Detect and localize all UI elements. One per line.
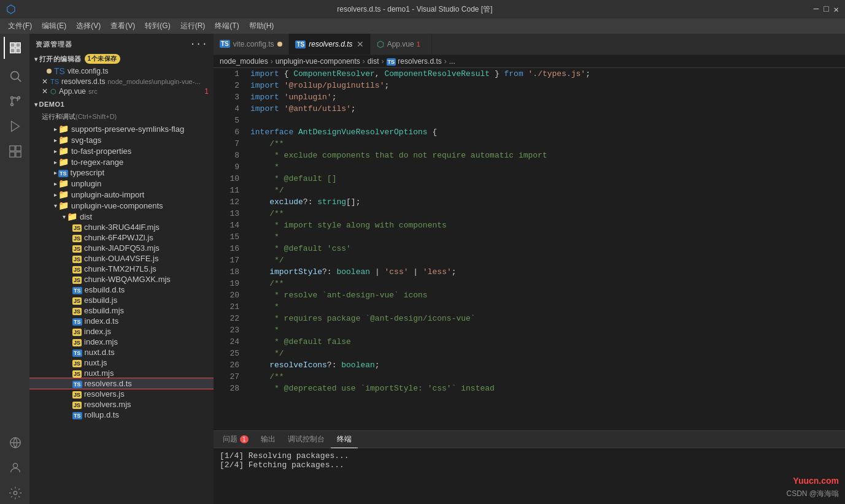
code-content[interactable]: import { ComponentResolver, ComponentRes… [244,68,845,430]
terminal-tabs: 问题 1 输出 调试控制台 终端 [214,431,845,448]
tree-item[interactable]: ▸ 📁 unplugin [29,178,214,189]
activity-settings[interactable] [4,482,26,504]
code-line-4: import '@antfu/utils'; [250,103,845,115]
tree-item[interactable]: JS esbuild.js [29,295,214,305]
open-editors-section[interactable]: ▾ 打开的编辑器 1个未保存 [29,52,214,66]
window-controls[interactable]: ─ □ ✕ [814,4,839,15]
tab-close-button[interactable]: ✕ [357,39,364,49]
menu-view[interactable]: 查看(V) [106,18,140,34]
activity-explorer[interactable] [4,37,26,59]
line-number: 15 [214,231,239,243]
folder-icon: 📁 [58,178,69,188]
activity-git[interactable] [4,90,26,112]
tree-item[interactable]: JS chunk-OUA4VSFE.js [29,253,214,264]
tree-item[interactable]: JS chunk-JlADFQ53.mjs [29,243,214,253]
js-icon: JS [72,400,82,409]
terminal-tab-problems[interactable]: 问题 1 [217,431,255,448]
activity-debug[interactable] [4,115,26,137]
selected-file-item[interactable]: TS resolvers.d.ts [29,378,214,389]
open-editors-chevron: ▾ [34,56,38,63]
tree-item[interactable]: JS nuxt.mjs [29,368,214,378]
code-line-11: */ [250,185,845,196]
vue-file-icon: ⬡ [50,88,56,96]
folder-chevron: ▸ [54,169,57,176]
sidebar-more-icon[interactable]: ··· [190,39,207,50]
open-editor-vite-config[interactable]: TS vite.config.ts [29,66,214,77]
tree-item[interactable]: ▸ 📁 to-fast-properties [29,145,214,156]
code-line-24: * @default false [250,336,845,348]
item-label: dist [80,212,92,221]
tree-item[interactable]: JS index.mjs [29,337,214,347]
code-line-18: importStyle?: boolean | 'css' | 'less'; [250,266,845,278]
terminal-tab-debug-console[interactable]: 调试控制台 [282,431,331,448]
open-editor-resolvers[interactable]: ✕ TS resolvers.d.ts node_modules\unplugi… [29,77,214,86]
open-editor-app-vue[interactable]: ✕ ⬡ App.vue src 1 [29,86,214,96]
activity-search[interactable] [4,65,26,87]
tree-item[interactable]: ▸ 📁 svg-tags [29,134,214,145]
menu-terminal[interactable]: 终端(T) [210,18,244,34]
demo1-section[interactable]: ▾ DEMO1 [29,99,214,110]
code-line-19: /** [250,278,845,289]
js-icon: JS [72,358,82,367]
svg-rect-13 [10,152,15,157]
tree-item[interactable]: TS index.d.ts [29,316,214,326]
tree-item[interactable]: JS chunk-3RUG44lF.mjs [29,222,214,232]
menu-select[interactable]: 选择(V) [71,18,106,34]
item-label: resolvers.js [84,389,125,399]
folder-chevron: ▾ [63,213,66,220]
breadcrumb-file[interactable]: TS resolvers.d.ts [387,57,442,66]
svg-point-16 [13,464,17,468]
line-number: 6 [214,126,239,138]
tree-item[interactable]: ▸ 📁 supports-preserve-symlinks-flag [29,123,214,134]
line-number: 14 [214,220,239,231]
tab-app-vue[interactable]: ⬡ App.vue 1 [371,34,432,55]
js-icon: JS [72,368,82,378]
tree-item[interactable]: ▾ 📁 dist [29,211,214,222]
tree-item[interactable]: JS chunk-TMX2H7L5.js [29,264,214,274]
tree-item[interactable]: ▸ TS typescript [29,167,214,178]
item-label: chunk-TMX2H7L5.js [84,264,156,273]
tree-item[interactable]: JS esbuild.mjs [29,305,214,316]
tree-item[interactable]: JS index.js [29,326,214,337]
menu-help[interactable]: 帮助(H) [244,18,279,34]
tree-item[interactable]: JS resolvers.mjs [29,399,214,410]
tree-item[interactable]: JS resolvers.js [29,389,214,399]
code-line-7: /** [250,138,845,150]
menu-file[interactable]: 文件(F) [3,18,37,34]
run-debug-item[interactable]: 运行和调试 (Ctrl+Shift+D) [29,110,214,123]
breadcrumb-unplugin[interactable]: unplugin-vue-components [276,57,360,66]
close-icon[interactable]: ✕ [42,87,48,96]
tree-item[interactable]: TS nuxt.d.ts [29,347,214,357]
tree-item[interactable]: ▸ 📁 to-regex-range [29,156,214,167]
item-label: unplugin [71,179,101,188]
terminal-content[interactable]: [1/4] Resolving packages... [2/4] Fetchi… [214,448,845,504]
activity-extensions[interactable] [4,140,26,162]
line-numbers: 1 2 3 4 5 6 7 8 9 10 11 12 13 14 15 16 1… [214,68,244,430]
ts-icon: TS [72,285,82,294]
tree-item[interactable]: ▸ 📁 unplugin-auto-import [29,189,214,200]
breadcrumb-dist[interactable]: dist [368,57,379,66]
breadcrumb-node-modules[interactable]: node_modules [220,57,268,66]
line-number: 5 [214,115,239,126]
menu-run[interactable]: 运行(R) [176,18,210,34]
tree-item[interactable]: ▾ 📁 unplugin-vue-components [29,200,214,211]
terminal-tab-terminal[interactable]: 终端 [331,431,358,448]
menu-edit[interactable]: 编辑(E) [37,18,71,34]
folder-chevron: ▸ [54,159,57,166]
menu-goto[interactable]: 转到(G) [140,18,175,34]
svg-marker-10 [12,121,20,132]
terminal-tab-output[interactable]: 输出 [255,431,282,448]
tree-item[interactable]: JS chunk-6F4PWJZl.js [29,232,214,243]
activity-remote[interactable] [4,432,26,454]
tree-item[interactable]: TS esbuild.d.ts [29,284,214,295]
tree-item[interactable]: JS chunk-WBQAMGXK.mjs [29,274,214,284]
close-icon[interactable]: ✕ [42,77,48,86]
demo1-label: DEMO1 [39,101,65,108]
code-line-22: * requires package `@ant-design/icons-vu… [250,313,845,324]
tab-vite-config[interactable]: TS vite.config.ts [214,34,289,55]
tree-item[interactable]: JS nuxt.js [29,357,214,368]
tab-resolvers[interactable]: TS resolvers.d.ts ✕ [289,34,370,55]
file-name: resolvers.d.ts [61,77,105,86]
activity-accounts[interactable] [4,457,26,479]
tree-item[interactable]: TS rollup.d.ts [29,410,214,420]
